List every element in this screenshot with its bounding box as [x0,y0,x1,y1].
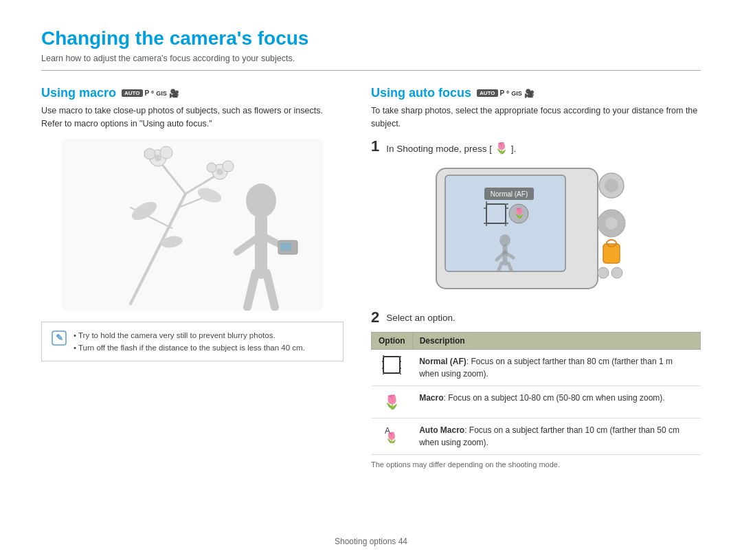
macro-column: Using macro AUTO P ⁰GIS 🎥 Use macro to t… [41,86,344,469]
macro-icon: 🌷 [383,394,401,410]
af-ois-text: GIS [511,90,522,97]
page-footer: Shooting options 44 [0,537,742,546]
macro-mode-badges: AUTO P ⁰GIS 🎥 [122,89,179,98]
tip-text: • Try to hold the camera very still to p… [74,329,305,355]
tip-icon: ✎ [52,331,67,346]
col-description: Description [412,332,700,349]
svg-point-7 [155,155,161,161]
step-1: 1 In Shooting mode, press [ 🌷 ]. [371,139,701,155]
af-ois-badge: ⁰ [506,90,509,97]
tip-item-1: • Try to hold the camera very still to p… [74,329,305,341]
svg-point-11 [216,168,223,175]
step-2: 2 Select an option. [371,310,701,325]
af-description: To take sharp photos, select the appropr… [371,104,701,131]
svg-rect-0 [62,139,323,311]
col-option: Option [372,332,413,349]
svg-text:🌷: 🌷 [385,432,398,443]
normal-af-icon [382,355,401,374]
macro-svg [62,139,323,311]
af-mode-badges: AUTO P ⁰GIS 🎥 [477,89,535,98]
svg-point-55 [611,267,622,278]
auto-badge: AUTO [122,89,143,97]
auto-macro-icon-cell: A 🌷 [372,418,413,454]
svg-point-8 [144,148,155,159]
page: Changing the camera's focus Learn how to… [0,0,742,560]
af-p-badge: P [500,89,505,97]
page-title: Changing the camera's focus [41,27,701,49]
svg-rect-24 [280,243,291,251]
p-badge: P [145,89,150,97]
af-movie-badge: 🎥 [524,89,535,98]
tip-item-2: • Turn off the flash if the distance to … [74,341,305,354]
step2-text: Select an option. [386,310,456,323]
camera-illustration: Normal (AF) 🌷 [426,161,646,299]
svg-point-9 [160,146,172,159]
svg-point-12 [207,163,216,172]
step1-text: In Shooting mode, press [ [386,144,492,154]
title-divider [41,70,701,71]
note-text: The options may differ depending on the … [371,460,701,469]
macro-icon-cell: 🌷 [372,385,413,418]
page-subtitle: Learn how to adjust the camera's focus a… [41,54,701,63]
table-row: 🌷 Macro: Focus on a subject 10-80 cm (50… [372,385,701,418]
camera-svg: Normal (AF) 🌷 [426,161,646,299]
macro-description: Use macro to take close-up photos of sub… [41,104,344,131]
step1-end: ]. [511,144,517,154]
af-auto-badge: AUTO [477,89,498,97]
auto-focus-title-text: Using auto focus [371,86,471,100]
auto-macro-desc-cell: Auto Macro: Focus on a subject farther t… [412,418,700,454]
af-desc-cell: Normal (AF): Focus on a subject farther … [412,349,700,385]
table-row: Normal (AF): Focus on a subject farther … [372,349,701,385]
macro-desc-cell: Macro: Focus on a subject 10-80 cm (50-8… [412,385,700,418]
auto-macro-icon: A 🌷 [383,424,400,443]
svg-text:Normal (AF): Normal (AF) [491,190,528,198]
af-icon-cell [372,349,413,385]
svg-rect-56 [383,357,400,373]
ois-badge: ⁰ [151,90,154,97]
table-header-row: Option Description [372,332,701,349]
svg-point-13 [223,161,234,172]
svg-text:🌷: 🌷 [513,208,526,219]
svg-line-64 [400,373,401,374]
ois-text: GIS [156,90,167,97]
two-column-layout: Using macro AUTO P ⁰GIS 🎥 Use macro to t… [41,86,701,469]
tip-box: ✎ • Try to hold the camera very still to… [41,322,344,362]
svg-point-51 [605,217,618,229]
table-row: A 🌷 Auto Macro: Focus on a subject farth… [372,418,701,454]
auto-focus-column: Using auto focus AUTO P ⁰GIS 🎥 To take s… [371,86,701,469]
macro-symbol: 🌷 [495,142,508,154]
movie-badge: 🎥 [169,89,179,98]
svg-text:✎: ✎ [56,333,63,343]
auto-focus-section-title: Using auto focus AUTO P ⁰GIS 🎥 [371,86,701,100]
svg-point-49 [605,179,618,192]
macro-illustration [62,139,323,311]
macro-section-title: Using macro AUTO P ⁰GIS 🎥 [41,86,344,100]
svg-point-54 [598,267,609,278]
macro-title-text: Using macro [41,86,116,100]
option-table: Option Description [371,332,701,455]
